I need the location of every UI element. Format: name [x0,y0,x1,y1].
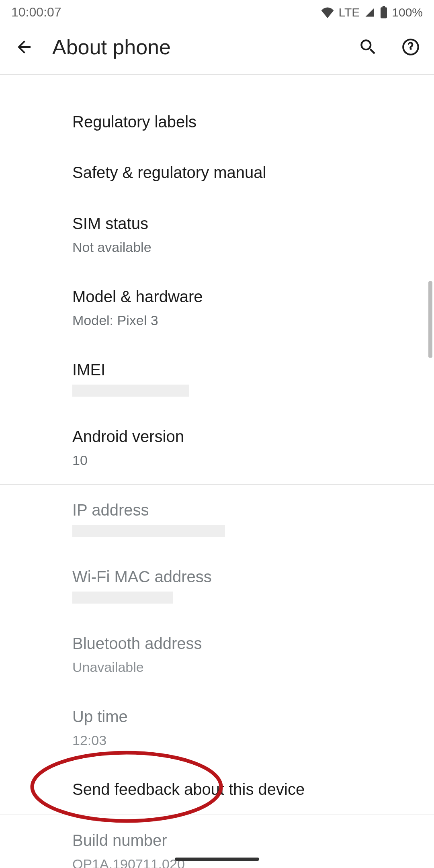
redacted-value [72,592,173,604]
row-up-time[interactable]: Up time 12:03 [0,691,434,764]
battery-label: 100% [392,6,423,19]
row-title: Regulatory labels [72,111,422,133]
row-subtitle [72,385,422,397]
row-title: Model & hardware [72,286,422,307]
settings-list: Regulatory labels Safety & regulatory ma… [0,75,434,868]
row-regulatory-labels[interactable]: Regulatory labels [0,75,434,147]
row-send-feedback[interactable]: Send feedback about this device [0,764,434,815]
row-title: Bluetooth address [72,633,422,654]
status-bar: 10:00:07 LTE 100% [0,0,434,21]
row-wifi-mac[interactable]: Wi-Fi MAC address [0,551,434,618]
network-label: LTE [338,6,360,19]
signal-icon [364,7,376,18]
battery-icon [380,6,388,19]
row-title: Wi-Fi MAC address [72,566,422,588]
app-bar: About phone [0,21,434,75]
svg-rect-1 [383,6,385,8]
row-subtitle: Not available [72,238,422,257]
row-android-version[interactable]: Android version 10 [0,411,434,484]
row-title: Build number [72,829,422,851]
search-icon [358,37,378,57]
row-title: Up time [72,706,422,727]
status-right: LTE 100% [321,6,423,19]
row-model-hardware[interactable]: Model & hardware Model: Pixel 3 [0,271,434,344]
row-safety-manual[interactable]: Safety & regulatory manual [0,147,434,198]
row-bluetooth-address[interactable]: Bluetooth address Unavailable [0,618,434,691]
row-sim-status[interactable]: SIM status Not available [0,198,434,271]
row-subtitle: 10 [72,451,422,470]
row-subtitle: Unavailable [72,658,422,677]
row-subtitle: Model: Pixel 3 [72,311,422,330]
search-button[interactable] [357,36,379,58]
row-title: Send feedback about this device [72,778,422,800]
row-subtitle [72,592,422,604]
help-icon [401,37,421,57]
row-imei[interactable]: IMEI [0,344,434,411]
svg-rect-0 [381,7,387,18]
redacted-value [72,385,189,397]
redacted-value [72,525,225,537]
wifi-icon [321,7,334,18]
help-button[interactable] [399,36,422,58]
arrow-left-icon [14,37,34,57]
row-ip-address[interactable]: IP address [0,485,434,551]
row-title: Safety & regulatory manual [72,162,422,183]
status-time: 10:00:07 [11,5,61,20]
row-title: IMEI [72,359,422,381]
row-title: SIM status [72,213,422,234]
row-title: Android version [72,426,422,447]
page-title: About phone [52,35,357,59]
back-button[interactable] [12,37,36,57]
nav-handle[interactable] [175,858,259,861]
row-title: IP address [72,499,422,521]
row-subtitle [72,525,422,537]
scrollbar-thumb[interactable] [428,281,432,358]
row-subtitle: 12:03 [72,731,422,750]
